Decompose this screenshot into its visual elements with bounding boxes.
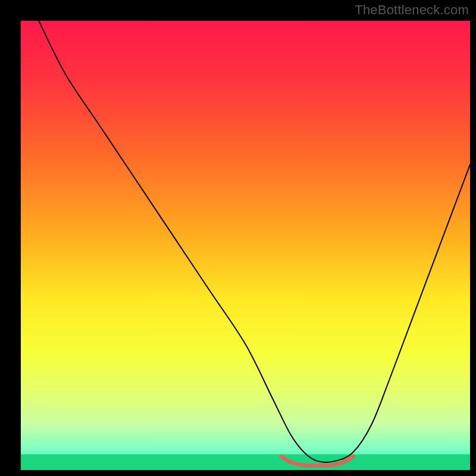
bottleneck-chart	[0, 0, 476, 476]
chart-container: TheBottleneck.com	[0, 0, 476, 476]
plot-background	[21, 21, 470, 470]
watermark-text: TheBottleneck.com	[355, 2, 469, 18]
optimal-band	[21, 455, 470, 470]
